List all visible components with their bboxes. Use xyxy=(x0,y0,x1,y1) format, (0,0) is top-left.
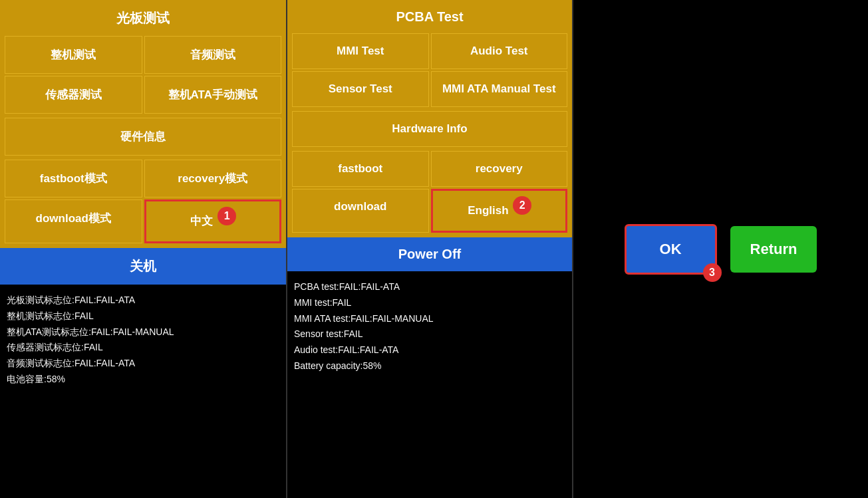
panel2-hw-row: Hardware Info xyxy=(290,109,569,149)
dialog-button-area: OK 3 Return xyxy=(625,224,817,275)
badge-3: 3 xyxy=(703,263,722,282)
panel1-title: 光板测试 xyxy=(3,3,283,34)
p1-status-area: 光板测试标志位:FAIL:FAIL-ATA 整机测试标志位:FAIL 整机ATA… xyxy=(0,285,286,498)
p2-status-area: PCBA test:FAIL:FAIL-ATA MMI test:FAIL MM… xyxy=(287,271,572,498)
p1-power-btn[interactable]: 关机 xyxy=(0,248,286,285)
ok-button[interactable]: OK 3 xyxy=(625,224,717,275)
p1-status-5: 电池容量:58% xyxy=(7,372,279,388)
badge-2: 2 xyxy=(513,196,531,215)
badge-1: 1 xyxy=(217,207,236,225)
p1-status-2: 整机ATA测试标志位:FAIL:FAIL-MANUAL xyxy=(7,324,279,340)
p1-fastboot-btn[interactable]: fastboot模式 xyxy=(5,160,142,197)
menu-area-chinese: 光板测试 整机测试 音频测试 传感器测试 整机ATA手动测试 硬件信息 fast… xyxy=(0,0,286,248)
p2-audio-btn[interactable]: Audio Test xyxy=(431,33,568,69)
p1-hw-btn[interactable]: 硬件信息 xyxy=(5,118,281,156)
p2-status-3: Sensor test:FAIL xyxy=(294,326,565,342)
panel1-hw-row: 硬件信息 xyxy=(3,116,283,158)
p2-hw-btn[interactable]: Hardware Info xyxy=(292,111,567,147)
p1-download-btn[interactable]: download模式 xyxy=(5,199,142,243)
p1-status-4: 音频测试标志位:FAIL:FAIL-ATA xyxy=(7,356,279,372)
p2-status-5: Battery capacity:58% xyxy=(294,358,565,374)
p1-audio-btn[interactable]: 音频测试 xyxy=(144,36,282,74)
p1-lang-btn[interactable]: 中文 1 xyxy=(144,199,282,243)
panel-english: PCBA Test MMI Test Audio Test Sensor Tes… xyxy=(286,0,572,498)
menu-area-english: PCBA Test MMI Test Audio Test Sensor Tes… xyxy=(287,0,572,237)
p1-status-1: 整机测试标志位:FAIL xyxy=(7,309,279,324)
panel-chinese: 光板测试 整机测试 音频测试 传感器测试 整机ATA手动测试 硬件信息 fast… xyxy=(0,0,286,498)
panel2-title: PCBA Test xyxy=(290,3,569,31)
p1-ata-btn[interactable]: 整机ATA手动测试 xyxy=(144,76,282,114)
p1-status-0: 光板测试标志位:FAIL:FAIL-ATA xyxy=(7,293,279,309)
p2-power-btn[interactable]: Power Off xyxy=(287,237,572,271)
p1-status-3: 传感器测试标志位:FAIL xyxy=(7,340,279,356)
p2-status-1: MMI test:FAIL xyxy=(294,295,565,311)
p1-mmi-btn[interactable]: 整机测试 xyxy=(5,36,142,74)
p2-mmi-btn[interactable]: MMI Test xyxy=(292,33,429,69)
p2-status-4: Audio test:FAIL:FAIL-ATA xyxy=(294,342,565,358)
panel-dialog: OK 3 Return xyxy=(572,0,868,498)
p2-download-btn[interactable]: download xyxy=(292,189,429,233)
p2-lang-btn[interactable]: English 2 xyxy=(431,189,568,233)
panel2-grid-top: MMI Test Audio Test Sensor Test MMI ATA … xyxy=(290,31,569,109)
p2-fastboot-btn[interactable]: fastboot xyxy=(292,151,429,187)
panel1-grid-bottom: fastboot模式 recovery模式 download模式 中文 1 xyxy=(3,158,283,245)
p1-recovery-btn[interactable]: recovery模式 xyxy=(144,160,282,197)
p1-sensor-btn[interactable]: 传感器测试 xyxy=(5,76,142,114)
p2-status-2: MMI ATA test:FAIL:FAIL-MANUAL xyxy=(294,311,565,327)
p2-sensor-btn[interactable]: Sensor Test xyxy=(292,71,429,107)
p2-recovery-btn[interactable]: recovery xyxy=(431,151,568,187)
panel2-grid-bottom: fastboot recovery download English 2 xyxy=(290,149,569,235)
p2-status-0: PCBA test:FAIL:FAIL-ATA xyxy=(294,279,565,295)
p2-ata-btn[interactable]: MMI ATA Manual Test xyxy=(431,71,568,107)
panel1-grid-top: 整机测试 音频测试 传感器测试 整机ATA手动测试 xyxy=(3,34,283,116)
return-button[interactable]: Return xyxy=(730,226,817,273)
